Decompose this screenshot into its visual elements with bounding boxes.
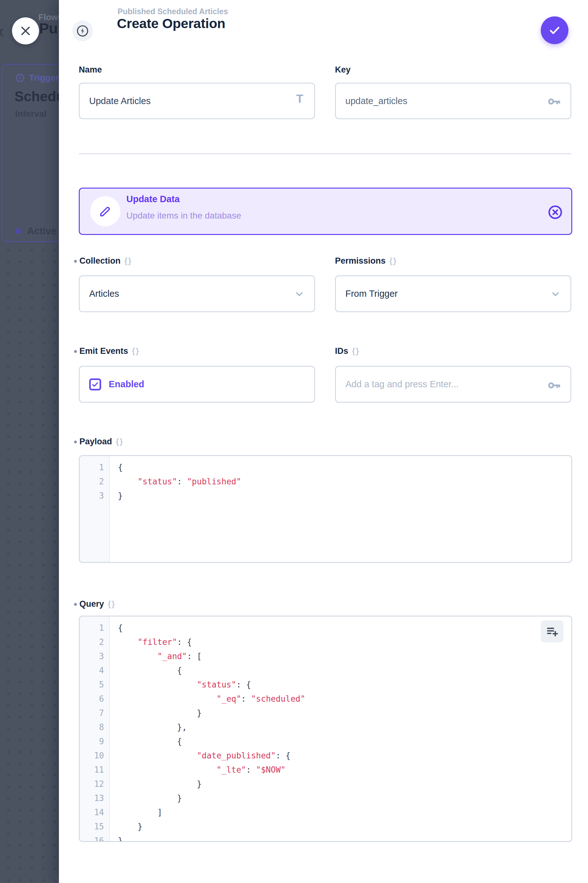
collection-select[interactable]: Articles xyxy=(79,275,315,312)
save-button[interactable] xyxy=(541,17,568,44)
check-icon xyxy=(91,380,100,389)
raw-value-icon[interactable]: {} xyxy=(390,256,397,266)
raw-value-icon[interactable]: {} xyxy=(352,346,360,356)
raw-value-icon[interactable]: {} xyxy=(116,437,123,447)
required-dot xyxy=(74,350,77,353)
operation-subtitle: Update items in the database xyxy=(126,211,241,221)
back-chevron-icon: ‹ xyxy=(0,20,4,41)
collection-label-text: Collection xyxy=(80,256,121,266)
trigger-badge: Trigger xyxy=(15,73,59,83)
emit-events-checkbox[interactable] xyxy=(89,378,101,390)
bolt-circle-icon xyxy=(76,24,90,38)
key-label-text: Key xyxy=(335,65,351,75)
collection-select-value: Articles xyxy=(89,289,294,299)
permissions-select[interactable]: From Trigger xyxy=(335,275,571,312)
payload-label-text: Payload xyxy=(80,437,112,447)
chevron-down-icon xyxy=(294,289,305,299)
ids-label-text: IDs xyxy=(335,346,348,356)
pencil-icon xyxy=(90,196,120,226)
close-icon xyxy=(19,24,32,38)
operation-title: Update Data xyxy=(126,194,180,205)
name-input[interactable] xyxy=(79,83,315,119)
raw-value-icon[interactable]: {} xyxy=(108,599,116,609)
trigger-property-label: Interval xyxy=(15,109,46,119)
operation-type-chip xyxy=(72,21,93,41)
playlist-add-icon xyxy=(546,625,559,638)
check-icon xyxy=(548,23,562,38)
query-code-content[interactable]: { "filter": { "_and": [ { "status": { "_… xyxy=(110,617,571,841)
remove-operation-button[interactable] xyxy=(548,205,563,220)
drawer-title: Create Operation xyxy=(117,16,225,31)
bolt-circle-icon xyxy=(15,73,25,83)
payload-code-editor[interactable]: 123 { "status": "published"} xyxy=(79,455,572,563)
permissions-label-text: Permissions xyxy=(335,256,386,266)
line-number-gutter: 12345678910111213141516 xyxy=(80,617,110,841)
key-field-label: Key xyxy=(335,65,351,75)
trigger-badge-label: Trigger xyxy=(29,73,59,83)
name-label-text: Name xyxy=(79,65,102,75)
collection-field-label: Collection {} xyxy=(80,256,132,266)
permissions-select-value: From Trigger xyxy=(345,289,550,299)
template-add-button[interactable] xyxy=(541,620,563,642)
key-input[interactable] xyxy=(335,83,571,119)
name-field-label: Name xyxy=(79,65,102,75)
line-number-gutter: 123 xyxy=(80,456,110,562)
payload-field-label: Payload {} xyxy=(80,437,123,447)
raw-value-icon[interactable]: {} xyxy=(132,346,140,356)
chevron-down-icon xyxy=(550,289,561,299)
operation-type-panel[interactable]: Update Data Update items in the database xyxy=(79,188,572,235)
emit-events-checkbox-label[interactable]: Enabled xyxy=(109,379,144,390)
required-dot xyxy=(74,260,77,263)
emit-events-box: Enabled xyxy=(79,366,315,403)
trigger-status-label: Active xyxy=(27,226,56,237)
query-label-text: Query xyxy=(80,599,104,609)
permissions-field-label: Permissions {} xyxy=(335,256,397,266)
close-drawer-button[interactable] xyxy=(12,17,39,44)
ids-tag-input[interactable] xyxy=(335,366,571,403)
raw-value-icon[interactable]: {} xyxy=(124,256,132,266)
status-dot-icon xyxy=(15,228,21,234)
query-field-label: Query {} xyxy=(80,599,116,609)
required-dot xyxy=(74,441,77,444)
emit-events-field-label: Emit Events {} xyxy=(80,346,140,356)
circle-x-icon xyxy=(548,205,563,220)
required-dot xyxy=(74,603,77,606)
section-divider xyxy=(79,153,571,154)
ids-field-label: IDs {} xyxy=(335,346,360,356)
query-code-editor[interactable]: 12345678910111213141516 { "filter": { "_… xyxy=(79,615,572,842)
background-page-title: Pu xyxy=(39,20,58,37)
payload-code-content[interactable]: { "status": "published"} xyxy=(110,456,571,562)
emit-events-label-text: Emit Events xyxy=(80,346,128,356)
drawer-breadcrumb: Published Scheduled Articles xyxy=(117,7,228,16)
